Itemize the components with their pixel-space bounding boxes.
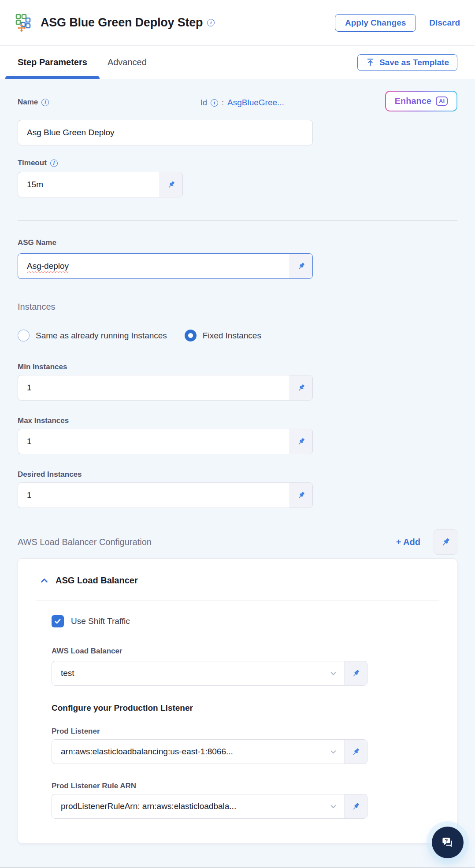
prod-listener-select[interactable]: arn:aws:elasticloadbalancing:us-east-1:8… bbox=[52, 740, 330, 764]
desired-instances-label: Desired Instances bbox=[18, 470, 457, 479]
name-label: Name bbox=[18, 98, 38, 107]
radio-same-as-running-label[interactable]: Same as already running Instances bbox=[36, 331, 167, 341]
name-id-row: Name i Id i : AsgBlueGree... Enhance AI bbox=[18, 91, 457, 115]
min-instances-label: Min Instances bbox=[18, 363, 457, 371]
timeout-input[interactable]: 15m bbox=[18, 172, 160, 197]
save-as-template-label: Save as Template bbox=[379, 58, 449, 67]
title-info-icon[interactable]: i bbox=[207, 19, 215, 26]
min-instances-input[interactable]: 1 bbox=[18, 375, 289, 400]
add-load-balancer-button[interactable]: + Add bbox=[396, 537, 420, 547]
tab-step-parameters[interactable]: Step Parameters bbox=[18, 46, 87, 79]
use-shift-traffic-checkbox[interactable] bbox=[52, 615, 64, 627]
prod-listener-runtime-pin-icon[interactable] bbox=[344, 740, 367, 764]
radio-same-as-running[interactable] bbox=[18, 330, 30, 341]
aws-load-balancer-label: AWS Load Balancer bbox=[52, 647, 439, 656]
step-config-panel: ASG Blue Green Deploy Step i Apply Chang… bbox=[0, 0, 475, 868]
use-shift-traffic-label: Use Shift Traffic bbox=[71, 616, 130, 626]
header: ASG Blue Green Deploy Step i Apply Chang… bbox=[0, 0, 475, 45]
discard-button[interactable]: Discard bbox=[429, 18, 460, 28]
id-separator: : bbox=[222, 98, 224, 108]
max-instances-field: 1 bbox=[18, 429, 313, 454]
prod-listener-rule-select[interactable]: prodListenerRuleArn: arn:aws:elasticload… bbox=[52, 794, 330, 818]
card-body: Use Shift Traffic AWS Load Balancer test… bbox=[36, 615, 439, 819]
help-chat-button[interactable]: ? bbox=[432, 827, 464, 858]
svg-text:?: ? bbox=[445, 838, 448, 843]
step-parameters-form: Name i Id i : AsgBlueGree... Enhance AI … bbox=[0, 79, 475, 868]
card-title: ASG Load Balancer bbox=[56, 575, 138, 586]
section-divider bbox=[18, 220, 457, 221]
ai-badge: AI bbox=[436, 96, 448, 106]
min-instances-runtime-pin-icon[interactable] bbox=[289, 375, 312, 400]
lb-config-heading: AWS Load Balancer Configuration bbox=[18, 537, 152, 547]
apply-changes-button[interactable]: Apply Changes bbox=[335, 14, 416, 32]
max-instances-input[interactable]: 1 bbox=[18, 429, 289, 454]
aws-load-balancer-select[interactable]: test bbox=[52, 661, 330, 685]
enhance-label: Enhance bbox=[395, 96, 431, 106]
timeout-info-icon[interactable]: i bbox=[50, 160, 58, 167]
asg-name-label: ASG Name bbox=[18, 238, 457, 247]
prod-listener-rule-field: prodListenerRuleArn: arn:aws:elasticload… bbox=[52, 794, 367, 819]
use-shift-traffic-row[interactable]: Use Shift Traffic bbox=[52, 615, 439, 627]
lb-config-runtime-pin-icon[interactable] bbox=[434, 529, 457, 555]
step-id: Id i : AsgBlueGree... bbox=[200, 98, 284, 108]
page-title: ASG Blue Green Deploy Step bbox=[41, 16, 203, 30]
radio-fixed-instances[interactable] bbox=[185, 330, 197, 341]
chevron-down-icon[interactable] bbox=[330, 661, 337, 685]
tabs: Step Parameters Advanced bbox=[18, 46, 147, 79]
radio-fixed-instances-label[interactable]: Fixed Instances bbox=[203, 331, 261, 341]
instances-heading: Instances bbox=[18, 302, 457, 312]
prod-listener-label: Prod Listener bbox=[52, 727, 439, 736]
chevron-up-icon bbox=[40, 576, 48, 585]
desired-instances-input[interactable]: 1 bbox=[18, 483, 289, 508]
prod-listener-rule-runtime-pin-icon[interactable] bbox=[344, 794, 367, 818]
save-as-template-button[interactable]: Save as Template bbox=[357, 54, 457, 71]
timeout-label-group: Timeout i bbox=[18, 159, 457, 167]
asg-name-runtime-pin-icon[interactable] bbox=[289, 254, 312, 278]
chat-question-icon: ? bbox=[440, 835, 456, 850]
timeout-runtime-pin-icon[interactable] bbox=[160, 172, 182, 197]
header-actions: Apply Changes Discard bbox=[335, 14, 460, 32]
asg-blue-green-step-icon bbox=[15, 13, 34, 33]
aws-load-balancer-field: test bbox=[52, 661, 367, 686]
id-info-icon[interactable]: i bbox=[211, 99, 218, 107]
card-divider bbox=[36, 601, 439, 601]
asg-name-input[interactable]: Asg-deploy bbox=[18, 254, 289, 278]
upload-icon bbox=[366, 58, 375, 67]
max-instances-label: Max Instances bbox=[18, 416, 457, 425]
chevron-down-icon[interactable] bbox=[330, 740, 337, 764]
enhance-ai-button[interactable]: Enhance AI bbox=[385, 91, 457, 111]
asg-load-balancer-card: ASG Load Balancer Use Shift Traffic AWS … bbox=[18, 558, 457, 844]
asg-load-balancer-collapse[interactable]: ASG Load Balancer bbox=[36, 575, 439, 586]
name-label-group: Name i bbox=[18, 98, 49, 107]
name-info-icon[interactable]: i bbox=[41, 99, 49, 106]
instances-radio-group: Same as already running Instances Fixed … bbox=[18, 330, 457, 341]
prod-listener-field: arn:aws:elasticloadbalancing:us-east-1:8… bbox=[52, 739, 367, 764]
min-instances-field: 1 bbox=[18, 375, 313, 401]
aws-load-balancer-runtime-pin-icon[interactable] bbox=[344, 661, 367, 685]
id-label: Id bbox=[200, 98, 207, 108]
configure-production-listener-heading: Configure your Production Listener bbox=[52, 703, 439, 713]
tab-bar: Step Parameters Advanced Save as Templat… bbox=[0, 45, 475, 79]
desired-instances-runtime-pin-icon[interactable] bbox=[289, 483, 312, 508]
timeout-field: 15m bbox=[18, 172, 183, 197]
asg-name-field: Asg-deploy bbox=[18, 253, 313, 279]
desired-instances-field: 1 bbox=[18, 482, 313, 508]
max-instances-runtime-pin-icon[interactable] bbox=[289, 429, 312, 454]
tab-advanced[interactable]: Advanced bbox=[108, 46, 147, 79]
prod-listener-rule-label: Prod Listener Rule ARN bbox=[52, 782, 439, 790]
chevron-down-icon[interactable] bbox=[330, 794, 337, 818]
name-input[interactable]: Asg Blue Green Deploy bbox=[18, 120, 313, 145]
timeout-label: Timeout bbox=[18, 159, 47, 167]
id-value[interactable]: AsgBlueGree... bbox=[227, 98, 284, 108]
lb-config-row: AWS Load Balancer Configuration + Add bbox=[18, 529, 457, 555]
